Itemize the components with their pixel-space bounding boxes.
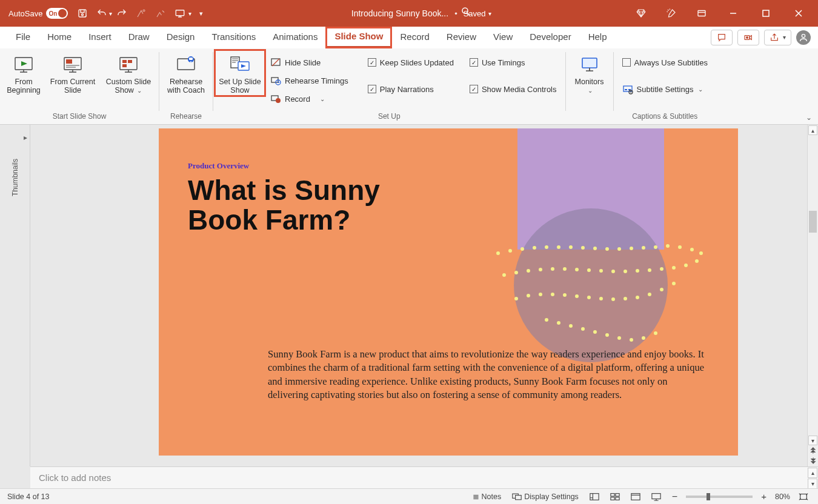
save-icon[interactable] — [75, 6, 90, 21]
fit-to-window-button[interactable] — [796, 492, 811, 501]
comments-button[interactable] — [711, 30, 733, 45]
svg-rect-99 — [800, 494, 807, 499]
notes-toggle-button[interactable]: ≣Notes — [470, 492, 504, 501]
tab-design[interactable]: Design — [158, 28, 204, 47]
svg-rect-6 — [763, 10, 769, 16]
keep-slides-updated-checkbox[interactable]: ✓Keep Slides Updated — [365, 55, 456, 70]
user-avatar[interactable] — [796, 30, 811, 45]
zoom-in-button[interactable]: + — [759, 491, 769, 502]
svg-point-35 — [545, 245, 548, 249]
use-timings-checkbox[interactable]: ✓Use Timings — [467, 55, 559, 70]
svg-rect-92 — [590, 493, 599, 500]
hide-slide-button[interactable]: Hide Slide — [268, 55, 351, 70]
show-media-controls-checkbox[interactable]: ✓Show Media Controls — [467, 81, 559, 97]
slide-body-text[interactable]: Sunny Book Farm is a new product that ai… — [268, 348, 704, 402]
tab-view[interactable]: View — [485, 28, 521, 47]
notes-pane[interactable]: Click to add notes ▴ ▾ — [30, 466, 818, 488]
tab-insert[interactable]: Insert — [80, 28, 120, 47]
tab-file[interactable]: File — [7, 28, 39, 47]
undo-dropdown-icon[interactable]: ▾ — [109, 10, 112, 17]
slide-subtitle[interactable]: Product Overview — [188, 161, 249, 171]
prev-slide-icon[interactable]: ⯭ — [808, 446, 817, 456]
window-mode-icon[interactable] — [694, 6, 709, 21]
display-settings-button[interactable]: Display Settings — [510, 492, 581, 501]
collapse-ribbon-icon[interactable]: ⌄ — [806, 113, 812, 122]
tab-slide-show[interactable]: Slide Show — [326, 27, 391, 48]
svg-point-89 — [654, 331, 657, 335]
svg-point-41 — [617, 247, 621, 251]
svg-point-8 — [747, 36, 748, 38]
view-reading-button[interactable] — [628, 492, 643, 501]
zoom-percent[interactable]: 80% — [775, 492, 790, 501]
group-rehearse: Rehearse — [162, 111, 210, 123]
custom-slide-show-button[interactable]: Custom Slide Show ⌄ — [101, 51, 156, 95]
view-slideshow-button[interactable] — [649, 492, 663, 501]
zoom-slider[interactable] — [686, 496, 753, 498]
notes-placeholder[interactable]: Click to add notes — [39, 472, 111, 483]
present-icon[interactable] — [173, 6, 187, 21]
tab-record[interactable]: Record — [391, 28, 437, 47]
from-beginning-button[interactable]: From Beginning — [2, 51, 45, 95]
svg-point-80 — [545, 318, 548, 322]
diamond-icon[interactable] — [634, 6, 648, 21]
record-cam-button[interactable] — [737, 30, 759, 45]
close-button[interactable] — [788, 5, 810, 22]
scroll-down-icon[interactable]: ▾ — [808, 436, 817, 445]
svg-rect-19 — [189, 58, 193, 60]
zoom-out-button[interactable]: − — [670, 491, 680, 502]
expand-thumbnails-icon[interactable]: ▸ — [24, 133, 27, 142]
group-captions: Captions & Subtitles — [616, 111, 714, 123]
group-start-slide-show: Start Slide Show — [2, 111, 156, 123]
subtitle-settings-button[interactable]: Subtitle Settings⌄ — [620, 81, 710, 97]
scroll-up-icon[interactable]: ▴ — [808, 125, 817, 135]
tab-animations[interactable]: Animations — [264, 28, 326, 47]
rehearse-timings-button[interactable]: Rehearse Timings — [268, 73, 351, 88]
set-up-slide-show-button[interactable]: Set Up Slide Show — [216, 51, 264, 95]
view-sorter-button[interactable] — [608, 492, 622, 501]
notes-scroll-up-icon[interactable]: ▴ — [808, 468, 817, 478]
svg-point-71 — [575, 294, 579, 298]
tab-home[interactable]: Home — [39, 28, 80, 47]
rehearse-with-coach-button[interactable]: Rehearse with Coach — [162, 51, 210, 95]
record-dropdown-button[interactable]: Record⌄ — [268, 91, 351, 107]
thumbnails-label: Thumbnails — [11, 159, 19, 196]
slide[interactable]: Product Overview What is SunnyBook Farm?… — [159, 128, 738, 456]
tab-transitions[interactable]: Transitions — [203, 28, 264, 47]
minimize-button[interactable] — [722, 5, 744, 22]
svg-rect-5 — [698, 11, 705, 16]
share-button[interactable]: ▾ — [764, 30, 791, 45]
qat-tool-icon[interactable] — [134, 6, 148, 21]
vertical-scrollbar[interactable]: ▴ ▾ ⯭ ⯯ — [807, 125, 818, 466]
from-current-slide-button[interactable]: From Current Slide — [45, 51, 101, 95]
tab-draw[interactable]: Draw — [120, 28, 158, 47]
redo-icon[interactable] — [115, 6, 129, 21]
present-dropdown-icon[interactable]: ▾ — [188, 10, 191, 17]
search-icon[interactable] — [461, 6, 471, 19]
view-normal-button[interactable] — [587, 492, 602, 501]
next-slide-icon[interactable]: ⯯ — [808, 456, 817, 466]
qat-tool2-icon[interactable] — [153, 6, 168, 21]
thumbnails-panel[interactable]: ▸ Thumbnails — [0, 125, 30, 466]
tab-review[interactable]: Review — [438, 28, 485, 47]
qat-customize-icon[interactable]: ▾ — [194, 6, 208, 21]
monitors-button[interactable]: Monitors⌄ — [568, 51, 611, 95]
tab-developer[interactable]: Developer — [521, 28, 579, 47]
group-set-up: Set Up — [216, 111, 563, 123]
undo-icon[interactable] — [95, 6, 109, 21]
maximize-button[interactable] — [755, 5, 777, 22]
brush-icon[interactable] — [664, 6, 679, 21]
svg-rect-95 — [611, 497, 614, 499]
display-icon — [512, 492, 522, 501]
play-narrations-checkbox[interactable]: ✓Play Narrations — [365, 81, 456, 97]
notes-scroll-down-icon[interactable]: ▾ — [808, 479, 817, 489]
svg-rect-15 — [128, 60, 132, 63]
svg-point-74 — [611, 297, 615, 301]
svg-point-63 — [672, 266, 676, 270]
autosave-toggle[interactable]: On — [46, 8, 68, 19]
always-use-subtitles-checkbox[interactable]: Always Use Subtitles — [620, 55, 710, 70]
svg-point-33 — [520, 247, 524, 251]
svg-point-73 — [599, 297, 603, 300]
tab-help[interactable]: Help — [580, 28, 616, 47]
scrollbar-thumb[interactable] — [809, 211, 817, 233]
slide-title[interactable]: What is SunnyBook Farm? — [188, 176, 380, 236]
